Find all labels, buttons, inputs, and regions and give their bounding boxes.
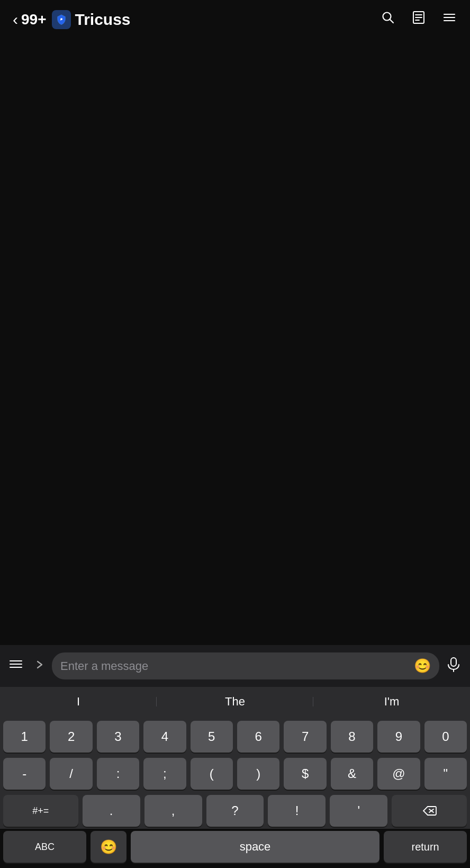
keyboard-bottom-row: ABC 😊 space return xyxy=(0,829,470,868)
message-input-wrapper: 😊 xyxy=(52,652,439,679)
key-semicolon[interactable]: ; xyxy=(143,758,186,790)
predictive-word-2[interactable]: The xyxy=(157,691,313,713)
header-right xyxy=(380,10,457,29)
back-button[interactable]: ‹ 99+ xyxy=(13,11,47,29)
key-question[interactable]: ? xyxy=(206,795,264,827)
number-row: 1 2 3 4 5 6 7 8 9 0 xyxy=(3,721,467,753)
predictive-word-1[interactable]: I xyxy=(0,691,157,713)
key-minus[interactable]: - xyxy=(3,758,46,790)
key-abc[interactable]: ABC xyxy=(3,831,86,863)
key-exclaim[interactable]: ! xyxy=(268,795,326,827)
key-slash[interactable]: / xyxy=(50,758,92,790)
search-icon[interactable] xyxy=(380,10,396,29)
input-left-icons xyxy=(8,657,46,675)
misc-row: #+= . , ? ! ' xyxy=(3,795,467,827)
input-bar: 😊 xyxy=(0,645,470,687)
key-backspace[interactable] xyxy=(392,795,467,827)
predictive-word-3[interactable]: I'm xyxy=(313,691,470,713)
key-ampersand[interactable]: & xyxy=(331,758,373,790)
key-6[interactable]: 6 xyxy=(237,721,279,753)
back-chevron-icon: ‹ xyxy=(13,11,18,29)
key-2[interactable]: 2 xyxy=(50,721,92,753)
key-hashplus[interactable]: #+= xyxy=(3,795,78,827)
input-menu-icon[interactable] xyxy=(8,657,23,675)
key-openparen[interactable]: ( xyxy=(191,758,233,790)
key-1[interactable]: 1 xyxy=(3,721,46,753)
key-4[interactable]: 4 xyxy=(143,721,186,753)
key-apostrophe[interactable]: ' xyxy=(330,795,387,827)
key-7[interactable]: 7 xyxy=(284,721,326,753)
predictive-bar: I The I'm xyxy=(0,687,470,717)
key-3[interactable]: 3 xyxy=(97,721,139,753)
notes-icon[interactable] xyxy=(411,10,427,29)
channel-name: Tricuss xyxy=(75,11,131,29)
key-5[interactable]: 5 xyxy=(191,721,233,753)
key-return[interactable]: return xyxy=(384,831,467,863)
channel-badge xyxy=(52,10,71,29)
mic-button[interactable] xyxy=(446,656,462,676)
key-colon[interactable]: : xyxy=(97,758,139,790)
key-emoji[interactable]: 😊 xyxy=(91,831,126,863)
key-closeparen[interactable]: ) xyxy=(237,758,279,790)
key-8[interactable]: 8 xyxy=(331,721,373,753)
shield-icon xyxy=(56,14,67,25)
chat-area xyxy=(0,37,470,645)
emoji-button[interactable]: 😊 xyxy=(414,658,431,674)
key-comma[interactable]: , xyxy=(144,795,202,827)
key-period[interactable]: . xyxy=(83,795,140,827)
symbol-row: - / : ; ( ) $ & @ " xyxy=(3,758,467,790)
key-at[interactable]: @ xyxy=(377,758,420,790)
key-space[interactable]: space xyxy=(131,831,379,863)
expand-icon[interactable] xyxy=(34,659,46,674)
key-doublequote[interactable]: " xyxy=(424,758,467,790)
header-left: ‹ 99+ Tricuss xyxy=(13,10,131,29)
svg-line-2 xyxy=(390,20,394,23)
svg-rect-13 xyxy=(451,658,456,666)
key-9[interactable]: 9 xyxy=(377,721,420,753)
key-dollar[interactable]: $ xyxy=(284,758,326,790)
menu-icon[interactable] xyxy=(441,10,457,29)
message-input[interactable] xyxy=(60,659,409,673)
key-0[interactable]: 0 xyxy=(424,721,467,753)
header: ‹ 99+ Tricuss xyxy=(0,0,470,37)
back-count: 99+ xyxy=(21,11,47,28)
keyboard: 1 2 3 4 5 6 7 8 9 0 - / : ; ( ) $ & @ " … xyxy=(0,717,470,829)
channel-info[interactable]: Tricuss xyxy=(52,10,131,29)
